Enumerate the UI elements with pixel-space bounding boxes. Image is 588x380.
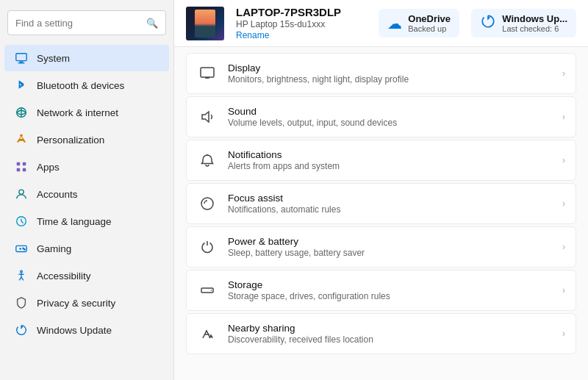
settings-item-display[interactable]: Display Monitors, brightness, night ligh… [186,53,576,94]
gaming-icon [15,242,28,255]
sidebar-item-network[interactable]: Network & internet [4,99,169,126]
svg-rect-2 [18,62,25,63]
sidebar-item-system-label: System [37,53,70,64]
app-container: 🔍 System Bluetooth & devices [0,0,588,380]
system-icon [15,51,28,65]
search-box[interactable]: 🔍 [7,10,166,35]
sidebar-item-apps[interactable]: Apps [4,154,169,180]
update-icon [15,323,28,337]
nearby-chevron: › [562,329,565,339]
settings-item-focus[interactable]: Focus assist Notifications, automatic ru… [186,183,576,224]
focus-icon [197,193,218,214]
nearby-title: Nearby sharing [228,323,373,334]
notifications-chevron: › [562,155,565,165]
sound-icon [197,107,218,127]
svg-marker-24 [202,112,209,122]
storage-title: Storage [228,279,390,290]
time-icon [15,215,28,228]
storage-subtitle: Storage space, drives, configuration rul… [228,291,390,301]
sidebar-item-accessibility[interactable]: Accessibility [4,262,169,289]
svg-rect-7 [17,168,21,172]
svg-rect-0 [16,54,26,61]
sidebar-item-time[interactable]: Time & language [4,208,169,234]
sound-title: Sound [228,106,397,117]
svg-rect-5 [17,162,21,166]
device-name: LAPTOP-7PSR3DLP [236,6,367,18]
svg-line-20 [21,277,24,281]
svg-line-19 [19,277,21,281]
svg-point-16 [21,270,23,273]
windows-update-card[interactable]: Windows Up... Last checked: 6 [471,9,576,37]
sidebar-item-bluetooth[interactable]: Bluetooth & devices [4,72,169,98]
notifications-icon [197,150,218,171]
focus-title: Focus assist [228,193,340,204]
main-panel: LAPTOP-7PSR3DLP HP Laptop 15s-du1xxx Ren… [174,0,588,380]
privacy-icon [15,296,28,309]
svg-rect-6 [23,162,26,166]
nearby-icon [197,323,218,344]
storage-chevron: › [562,285,565,295]
storage-icon [197,280,218,301]
power-title: Power & battery [228,236,365,247]
nearby-subtitle: Discoverability, received files location [228,334,373,345]
power-icon [197,237,218,257]
sidebar-item-gaming-label: Gaming [37,243,71,254]
device-info: LAPTOP-7PSR3DLP HP Laptop 15s-du1xxx Ren… [236,6,367,40]
windows-update-icon [480,13,496,33]
focus-subtitle: Notifications, automatic rules [228,204,340,215]
sidebar-item-personalization-label: Personalization [37,135,104,146]
sidebar-item-system[interactable]: System [4,45,169,71]
notifications-subtitle: Alerts from apps and system [228,161,340,171]
sidebar-item-privacy[interactable]: Privacy & security [4,290,169,316]
update-status: Last checked: 6 [502,24,567,33]
svg-rect-21 [201,68,214,77]
svg-point-14 [23,248,24,248]
focus-chevron: › [562,198,565,209]
sidebar-item-gaming[interactable]: Gaming [4,235,169,262]
notifications-title: Notifications [228,149,340,160]
sound-chevron: › [562,112,565,122]
svg-rect-8 [23,168,26,172]
sidebar-item-update[interactable]: Windows Update [4,317,169,343]
sidebar-item-accessibility-label: Accessibility [37,270,91,282]
sidebar-item-network-label: Network & internet [37,107,118,118]
sidebar-item-privacy-label: Privacy & security [37,298,115,309]
settings-list: Display Monitors, brightness, night ligh… [174,47,588,380]
onedrive-card[interactable]: ☁ OneDrive Backed up [379,9,459,37]
rename-link[interactable]: Rename [236,30,367,40]
device-thumbnail [186,7,224,40]
power-chevron: › [562,242,565,252]
sidebar-item-time-label: Time & language [37,216,112,227]
display-icon [197,63,218,84]
sidebar-item-accounts[interactable]: Accounts [4,181,169,207]
power-subtitle: Sleep, battery usage, battery saver [228,248,365,258]
svg-rect-1 [19,62,23,63]
update-label: Windows Up... [502,13,567,24]
network-icon [15,106,28,119]
accessibility-icon [15,269,28,282]
bluetooth-icon [15,79,28,92]
search-input[interactable] [15,18,143,29]
sound-subtitle: Volume levels, output, input, sound devi… [228,118,397,128]
settings-item-sound[interactable]: Sound Volume levels, output, input, soun… [186,96,576,137]
header-bar: LAPTOP-7PSR3DLP HP Laptop 15s-du1xxx Ren… [174,0,588,47]
display-chevron: › [562,68,565,79]
settings-item-nearby[interactable]: Nearby sharing Discoverability, received… [186,313,576,354]
sidebar-item-apps-label: Apps [37,162,60,173]
sidebar-item-bluetooth-label: Bluetooth & devices [37,80,124,91]
settings-item-notifications[interactable]: Notifications Alerts from apps and syste… [186,140,576,181]
apps-icon [15,160,28,173]
sidebar: 🔍 System Bluetooth & devices [0,0,174,380]
display-subtitle: Monitors, brightness, night light, displ… [228,74,409,85]
settings-item-power[interactable]: Power & battery Sleep, battery usage, ba… [186,226,576,268]
search-icon: 🔍 [146,18,158,29]
sidebar-nav: System Bluetooth & devices Network & int… [0,44,173,344]
personalization-icon [15,133,28,146]
sidebar-item-personalization[interactable]: Personalization [4,126,169,153]
settings-item-storage[interactable]: Storage Storage space, drives, configura… [186,270,576,311]
svg-point-15 [24,249,25,250]
onedrive-label: OneDrive [408,13,451,24]
accounts-icon [15,187,28,201]
onedrive-status: Backed up [408,24,451,33]
sidebar-item-update-label: Windows Update [37,325,112,336]
